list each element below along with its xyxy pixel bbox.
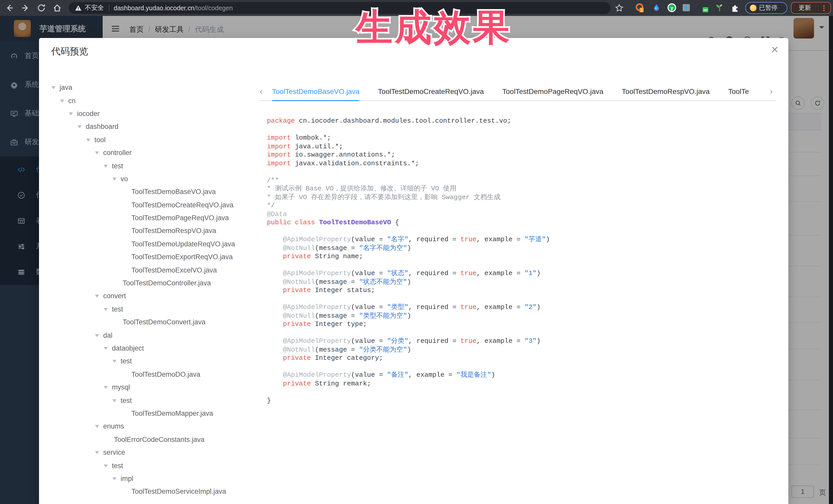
tree-node-label: ToolTestDemoServiceImpl.java [132, 488, 226, 496]
caret-down-icon[interactable] [112, 177, 117, 183]
caret-down-icon[interactable] [86, 139, 90, 144]
extension-sprout-icon[interactable] [715, 3, 724, 12]
tree-node-label: ToolTestDemoExcelVO.java [132, 266, 217, 274]
tree-node[interactable]: service [51, 446, 257, 459]
code-line: @ApiModelProperty(value = "类型", required… [267, 303, 550, 312]
tree-node[interactable]: mysql [51, 381, 257, 394]
caret-down-icon[interactable] [104, 464, 108, 470]
code-line: private String remark; [267, 380, 550, 388]
home-icon[interactable] [53, 4, 62, 12]
tree-node[interactable]: dashboard [51, 120, 257, 133]
security-warning-icon[interactable] [75, 5, 81, 11]
tree-node[interactable]: ToolTestDemoBaseVO.java [51, 185, 257, 198]
tree-node[interactable]: test [51, 355, 257, 368]
caret-down-icon[interactable] [95, 334, 99, 339]
tree-node[interactable]: dataobject [51, 342, 257, 355]
address-bar[interactable]: 不安全 dashboard.yudao.iocoder.cn/tool/code… [69, 2, 611, 14]
tree-node[interactable]: test [51, 459, 257, 472]
code-line: private String name; [267, 253, 550, 261]
tree-node[interactable]: ToolTestDemoRespVO.java [51, 224, 257, 238]
code-line: @NotNull(message = "分类不能为空") [267, 346, 550, 354]
caret-down-icon[interactable] [95, 151, 99, 157]
caret-down-icon[interactable] [104, 165, 108, 170]
back-icon[interactable] [5, 4, 14, 12]
tree-node[interactable]: ToolErrorCodeConstants.java [51, 433, 257, 446]
caret-down-icon[interactable] [95, 295, 99, 300]
browser-menu-icon[interactable]: ⋮ [821, 4, 827, 12]
caret-down-icon[interactable] [51, 86, 55, 91]
tree-node[interactable]: ToolTestDemoDO.java [51, 368, 257, 381]
extension-orange-icon[interactable]: 1 [636, 3, 645, 12]
profile-paused-badge[interactable]: 已暂停 [745, 2, 787, 14]
caret-down-icon[interactable] [77, 125, 81, 130]
caret-down-icon[interactable] [104, 308, 108, 313]
forward-icon[interactable] [21, 4, 30, 12]
code-line: @NotNull(message = "类型不能为空") [267, 312, 550, 320]
tree-node[interactable]: ToolTestDemoExcelVO.java [51, 264, 257, 277]
tabs-scroll-right-icon[interactable]: › [770, 86, 773, 96]
update-label: 更新 [799, 4, 811, 12]
tree-node-label: ToolTestDemoPageReqVO.java [132, 214, 229, 222]
tabs-scroll-left-icon[interactable]: ‹ [260, 86, 263, 96]
dialog-title: 代码预览 [51, 45, 88, 57]
tree-node[interactable]: ToolTestDemoConvert.java [51, 316, 257, 329]
tree-node[interactable]: ToolTestDemoServiceImpl.java [51, 485, 257, 498]
tree-node[interactable]: impl [51, 472, 257, 485]
tree-node-label: ToolTestDemoCreateReqVO.java [132, 201, 234, 209]
caret-down-icon[interactable] [112, 399, 117, 404]
tree-node[interactable]: test [51, 159, 257, 172]
extension-gem-icon[interactable] [682, 3, 691, 12]
caret-down-icon[interactable] [112, 360, 117, 365]
caret-down-icon[interactable] [95, 425, 99, 430]
tree-node[interactable]: iocoder [51, 107, 257, 120]
tree-node[interactable]: convert [51, 290, 257, 303]
code-line: @ApiModelProperty(value = "名字", required… [267, 236, 550, 244]
caret-down-icon[interactable] [104, 386, 108, 391]
extension-y-icon[interactable]: y [667, 3, 676, 12]
tree-node[interactable]: cn [51, 94, 257, 107]
file-tab[interactable]: ToolTe [728, 87, 749, 95]
tree-node[interactable]: dal [51, 329, 257, 342]
code-line: import java.util.*; [267, 142, 550, 151]
tree-node[interactable]: test [51, 303, 257, 316]
chrome-update-button[interactable]: 更新 ⋮ [791, 2, 831, 14]
tree-node[interactable]: ToolTestDemoCreateReqVO.java [51, 198, 257, 212]
tree-node[interactable]: tool [51, 133, 257, 146]
file-tab[interactable]: ToolTestDemoCreateReqVO.java [378, 87, 484, 95]
tree-node-label: mysql [112, 383, 130, 391]
tree-node-label: test [112, 462, 123, 470]
caret-down-icon[interactable] [112, 477, 117, 482]
tree-node[interactable]: ToolTestDemoPageReqVO.java [51, 212, 257, 224]
code-line: import lombok.*; [267, 134, 550, 142]
tree-node[interactable]: java [51, 81, 257, 94]
caret-down-icon[interactable] [104, 347, 108, 352]
tree-node[interactable]: ToolTestDemoController.java [51, 277, 257, 290]
tree-node[interactable]: controller [51, 146, 257, 159]
code-line [267, 125, 550, 134]
file-tab[interactable]: ToolTestDemoPageReqVO.java [502, 87, 603, 95]
tree-node[interactable]: ToolTestDemoExportReqVO.java [51, 250, 257, 264]
browser-scrollbar[interactable] [829, 16, 833, 504]
tree-node[interactable]: vo [51, 172, 257, 185]
tree-node[interactable]: ToolTestDemoUpdateReqVO.java [51, 237, 257, 250]
divider [109, 5, 109, 11]
extension-on-icon[interactable]: on [699, 3, 708, 12]
tree-node[interactable]: test [51, 394, 257, 407]
code-line [267, 295, 550, 303]
extension-drop-icon[interactable] [652, 3, 661, 12]
file-tab[interactable]: ToolTestDemoRespVO.java [622, 87, 710, 95]
tree-node-label: test [121, 397, 132, 404]
refresh-icon[interactable] [37, 4, 46, 12]
code-line: import io.swagger.annotations.*; [267, 151, 550, 159]
tree-node[interactable]: ToolTestDemoMapper.java [51, 407, 257, 420]
tree-node-label: dal [103, 331, 112, 339]
bookmark-star-icon[interactable] [615, 4, 624, 12]
close-icon[interactable]: ✕ [771, 45, 779, 54]
tree-node[interactable]: enums [51, 420, 257, 433]
caret-down-icon[interactable] [60, 99, 64, 104]
caret-down-icon[interactable] [95, 451, 99, 456]
tree-node-label: dashboard [86, 123, 119, 130]
file-tab[interactable]: ToolTestDemoBaseVO.java [272, 87, 359, 95]
caret-down-icon[interactable] [69, 113, 73, 118]
extension-puzzle-icon[interactable] [731, 3, 740, 12]
